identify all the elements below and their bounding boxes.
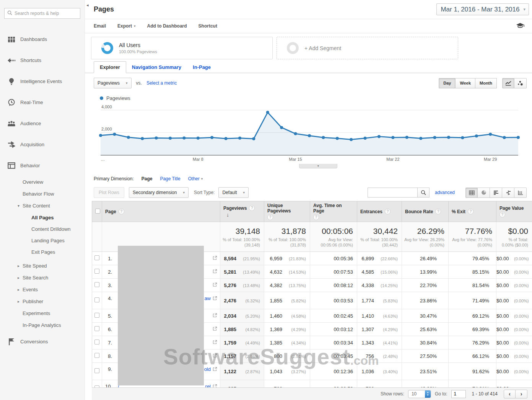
external-link-icon[interactable] — [213, 313, 217, 319]
shortcut-button[interactable]: Shortcut — [198, 23, 217, 29]
plot-rows-button[interactable]: Plot Rows — [94, 187, 124, 198]
sidebar-item-dashboards[interactable]: Dashboards — [0, 29, 85, 50]
row-checkbox[interactable] — [94, 313, 99, 318]
select-metric-link[interactable]: Select a metric — [146, 80, 177, 86]
external-link-icon[interactable] — [213, 256, 217, 261]
sidebar-item-audience[interactable]: Audience — [0, 113, 85, 134]
dimension-page-title[interactable]: Page Title — [160, 176, 180, 181]
chart-canvas[interactable]: 2,0004,000…Mar 8Mar 15Mar 22Mar 29 — [94, 103, 532, 164]
performance-view-button[interactable] — [490, 188, 502, 198]
sidebar-item-acquisition[interactable]: Acquisition — [0, 134, 85, 155]
pivot-view-button[interactable] — [514, 188, 527, 198]
metric-dropdown[interactable]: Pageviews ▾ — [94, 78, 132, 88]
sidebar-item-intelligence-events[interactable]: Intelligence Events — [0, 71, 85, 92]
export-button[interactable]: Export ▾ — [117, 23, 136, 29]
help-icon[interactable]: ? — [499, 212, 505, 217]
sidebar-item-content-drilldown[interactable]: Content Drilldown — [0, 223, 85, 235]
granularity-week-button[interactable]: Week — [456, 78, 475, 88]
sidebar-item-site-search[interactable]: ▸ Site Search — [0, 272, 85, 284]
line-chart-view-button[interactable] — [502, 78, 514, 88]
add-segment-button[interactable]: + Add Segment — [277, 37, 458, 59]
goto-page-input[interactable] — [451, 390, 466, 398]
show-rows-select[interactable]: 10 ▲▼ — [408, 390, 431, 398]
granularity-day-button[interactable]: Day — [439, 78, 456, 88]
table-search-input[interactable] — [368, 188, 417, 198]
sidebar-item-shortcuts[interactable]: Shortcuts — [0, 50, 85, 71]
select-all-checkbox[interactable] — [95, 209, 100, 214]
external-link-icon[interactable] — [213, 282, 217, 288]
pageviews-chart[interactable]: 2,0004,000…Mar 8Mar 15Mar 22Mar 29 — [85, 103, 532, 164]
column-header-avg-time[interactable]: Avg. Time on Page? — [310, 201, 357, 222]
add-to-dashboard-button[interactable]: Add to Dashboard — [147, 23, 187, 29]
column-header-page[interactable]: Page? — [102, 201, 220, 222]
column-header-page-value[interactable]: Page Value? — [496, 201, 532, 222]
education-cap-icon[interactable] — [516, 23, 524, 30]
sidebar-collapse-icon[interactable]: ◂ — [86, 3, 89, 8]
dimension-page[interactable]: Page — [142, 176, 153, 181]
page-link-fragment[interactable]: old — [204, 366, 211, 372]
tab-explorer[interactable]: Explorer — [94, 61, 126, 73]
sidebar-item-site-speed[interactable]: ▸ Site Speed — [0, 260, 85, 272]
help-icon[interactable]: ? — [385, 209, 390, 214]
external-link-icon[interactable] — [213, 269, 217, 275]
segment-all-users[interactable]: All Users 100.00% Pageviews — [91, 37, 273, 59]
column-header-bounce-rate[interactable]: Bounce Rate? — [402, 201, 449, 222]
row-checkbox[interactable] — [94, 282, 99, 287]
chart-collapse-tab[interactable]: ▼ — [299, 164, 337, 168]
page-link-fragment[interactable]: aw — [204, 296, 211, 301]
help-icon[interactable]: ? — [119, 209, 124, 214]
sidebar-item-site-content[interactable]: ▾ Site Content — [0, 200, 85, 212]
next-page-button[interactable]: › — [516, 390, 527, 398]
column-header-pageviews[interactable]: Pageviews?↓ — [220, 201, 264, 222]
tab-navigation-summary[interactable]: Navigation Summary — [126, 62, 187, 73]
help-icon[interactable]: ? — [249, 205, 255, 211]
tab-in-page[interactable]: In-Page — [187, 62, 216, 73]
row-checkbox[interactable] — [94, 368, 99, 373]
dimension-other[interactable]: Other ▾ — [188, 176, 203, 181]
help-icon[interactable]: ? — [468, 209, 473, 214]
row-checkbox[interactable] — [94, 353, 99, 358]
row-checkbox[interactable] — [94, 255, 99, 260]
data-view-button[interactable] — [465, 188, 478, 198]
granularity-month-button[interactable]: Month — [475, 78, 497, 88]
sidebar-item-overview[interactable]: Overview — [0, 176, 85, 188]
advanced-search-link[interactable]: advanced — [435, 190, 455, 195]
row-checkbox[interactable] — [94, 326, 99, 331]
sidebar-item-all-pages[interactable]: All Pages — [0, 212, 85, 223]
spinner-icon[interactable]: ▲▼ — [425, 390, 431, 398]
external-link-icon[interactable] — [213, 327, 217, 332]
help-icon[interactable]: ? — [267, 214, 273, 220]
sidebar-item-publisher[interactable]: ▸ Publisher — [0, 296, 85, 307]
external-link-icon[interactable] — [213, 353, 217, 359]
help-icon[interactable]: ? — [313, 214, 319, 220]
sidebar-item-conversions[interactable]: Conversions — [0, 331, 85, 352]
column-header-unique-pageviews[interactable]: Unique Pageviews? — [264, 201, 310, 222]
external-link-icon[interactable] — [213, 367, 217, 372]
external-link-icon[interactable] — [213, 296, 217, 302]
external-link-icon[interactable] — [213, 340, 217, 346]
secondary-dimension-dropdown[interactable]: Secondary dimension ▾ — [129, 187, 189, 198]
help-icon[interactable]: ? — [435, 209, 441, 214]
sidebar-item-in-page-analytics[interactable]: In-Page Analytics — [0, 319, 85, 331]
comparison-view-button[interactable] — [502, 188, 514, 198]
sidebar-item-experiments[interactable]: Experiments — [0, 307, 85, 319]
sidebar-search-box[interactable] — [4, 8, 80, 19]
row-checkbox[interactable] — [94, 297, 99, 302]
sidebar-item-real-time[interactable]: Real-Time — [0, 92, 85, 113]
percentage-view-button[interactable] — [478, 188, 490, 198]
previous-page-button[interactable]: ‹ — [504, 390, 516, 398]
search-input[interactable] — [15, 11, 77, 16]
email-button[interactable]: Email — [94, 23, 106, 29]
sort-desc-icon[interactable]: ↓ — [226, 212, 229, 218]
sidebar-item-behavior-flow[interactable]: Behavior Flow — [0, 188, 85, 200]
column-header-exit[interactable]: % Exit? — [449, 201, 496, 222]
table-search-button[interactable] — [417, 188, 430, 198]
sidebar-item-behavior[interactable]: Behavior — [0, 155, 85, 176]
date-range-selector[interactable]: Mar 1, 2016 - Mar 31, 2016 ▾ — [436, 3, 529, 15]
row-checkbox[interactable] — [94, 340, 99, 344]
sidebar-item-events[interactable]: ▸ Events — [0, 284, 85, 296]
row-checkbox[interactable] — [94, 269, 99, 274]
sidebar-item-exit-pages[interactable]: Exit Pages — [0, 246, 85, 258]
sidebar-item-landing-pages[interactable]: Landing Pages — [0, 235, 85, 246]
column-header-entrances[interactable]: Entrances? — [357, 201, 402, 222]
